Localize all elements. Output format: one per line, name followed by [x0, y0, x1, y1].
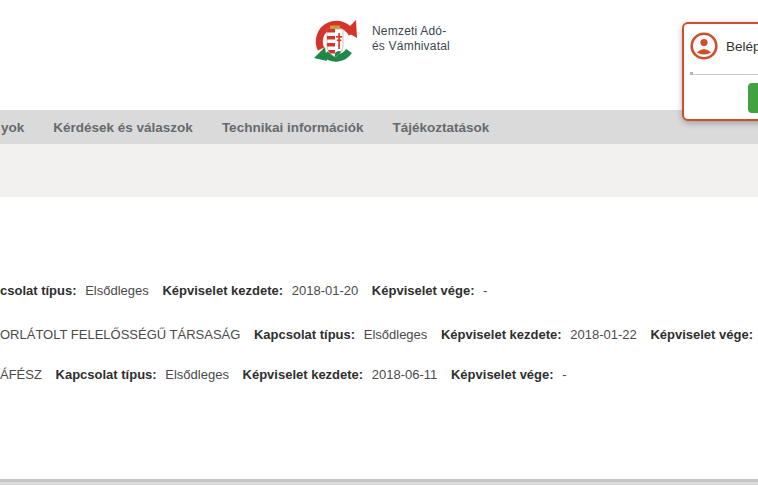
relation-type-label: Kapcsolat típus:: [56, 367, 157, 382]
representation-start-value: 2018-01-20: [292, 283, 359, 298]
nav-logo-title: Nemzeti Adó-és Vámhivatal: [372, 24, 450, 54]
representation-start-label: Képviselet kezdete:: [162, 283, 283, 298]
representation-row: ORLÁTOLT FELELŐSSÉGŰ TÁRSASÁG Kapcsolat …: [0, 327, 758, 342]
representation-end-label: Képviselet vége:: [650, 327, 753, 342]
company-name-fragment: ORLÁTOLT FELELŐSSÉGŰ TÁRSASÁG: [0, 327, 240, 342]
login-status-label: Belépve: [726, 39, 758, 54]
page: Nemzeti Adó-és Vámhivatal Belépve yok Ké…: [0, 0, 758, 485]
login-action-button[interactable]: [748, 83, 758, 113]
representation-end-label: Képviselet vége:: [372, 283, 475, 298]
login-status-row: Belépve: [690, 32, 758, 60]
representation-start-label: Képviselet kezdete:: [243, 367, 364, 382]
relation-type-value: Elsődleges: [165, 367, 229, 382]
sub-header-band: [0, 144, 758, 197]
representation-start-value: 2018-06-11: [372, 367, 438, 382]
main-nav: yok Kérdések és válaszok Technikai infor…: [0, 110, 758, 144]
representation-start-label: Képviselet kezdete:: [441, 327, 562, 342]
nav-item-tajekoztatasok[interactable]: Tájékoztatások: [392, 120, 489, 135]
nav-logo[interactable]: Nemzeti Adó-és Vámhivatal: [312, 7, 450, 71]
relation-type-value: Elsődleges: [364, 327, 428, 342]
nav-item-fragment[interactable]: yok: [1, 120, 24, 135]
login-panel: Belépve: [682, 22, 758, 121]
representation-row: ÁFÉSZ Kapcsolat típus: Elsődleges Képvis…: [0, 367, 758, 382]
relation-type-label: Kapcsolat típus:: [254, 327, 355, 342]
nav-logo-icon: [312, 7, 358, 71]
user-icon: [690, 32, 718, 60]
bottom-border-strip: [0, 479, 758, 485]
relation-type-value: Elsődleges: [85, 283, 149, 298]
nav-item-technikai[interactable]: Technikai információk: [222, 120, 364, 135]
representation-start-value: 2018-01-22: [570, 327, 637, 342]
representation-end-value: -: [562, 367, 566, 382]
representation-end-label: Képviselet vége:: [451, 367, 554, 382]
header: Nemzeti Adó-és Vámhivatal Belépve: [0, 0, 758, 110]
nav-item-kerdesek[interactable]: Kérdések és válaszok: [53, 120, 193, 135]
representation-end-value: -: [483, 283, 487, 298]
relation-type-label: csolat típus:: [0, 283, 77, 298]
representation-row: csolat típus: Elsődleges Képviselet kezd…: [0, 283, 758, 298]
company-name-fragment: ÁFÉSZ: [0, 367, 42, 382]
login-divider: [690, 74, 758, 75]
